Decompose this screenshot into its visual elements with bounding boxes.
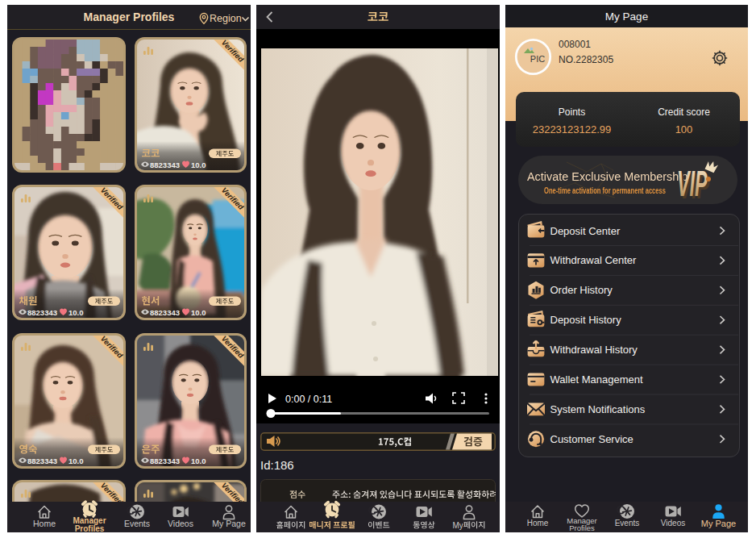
svg-text:My: My bbox=[452, 521, 463, 530]
svg-text:Events: Events bbox=[615, 519, 640, 528]
svg-text:8823343: 8823343 bbox=[27, 308, 57, 317]
svg-text:Videos: Videos bbox=[661, 519, 685, 528]
svg-text:10.0: 10.0 bbox=[191, 457, 206, 465]
svg-text:0:00 / 0:11: 0:00 / 0:11 bbox=[285, 394, 332, 405]
svg-text:Profiles: Profiles bbox=[569, 523, 595, 532]
svg-text:My Page: My Page bbox=[212, 519, 246, 528]
svg-text:Withdrawal Center: Withdrawal Center bbox=[550, 254, 638, 266]
svg-text:8823343: 8823343 bbox=[150, 161, 180, 169]
svg-text:Home: Home bbox=[527, 519, 549, 528]
svg-text:10.0: 10.0 bbox=[191, 308, 206, 317]
svg-text:Profiles: Profiles bbox=[75, 524, 105, 533]
svg-text:10.0: 10.0 bbox=[69, 457, 84, 465]
svg-text:Events: Events bbox=[124, 519, 150, 528]
svg-text:Home: Home bbox=[33, 519, 56, 528]
svg-text:Withdrawal History: Withdrawal History bbox=[550, 344, 638, 356]
svg-text:10.0: 10.0 bbox=[69, 308, 84, 317]
svg-text:Deposit History: Deposit History bbox=[550, 314, 622, 326]
svg-text:10.0: 10.0 bbox=[191, 161, 206, 169]
svg-text:8823343: 8823343 bbox=[150, 308, 180, 317]
svg-text:8823343: 8823343 bbox=[27, 457, 57, 465]
svg-text:Customer Service: Customer Service bbox=[550, 433, 633, 445]
svg-text:Deposit Center: Deposit Center bbox=[550, 225, 621, 237]
svg-text:Videos: Videos bbox=[168, 519, 193, 528]
svg-text:PIC: PIC bbox=[530, 54, 545, 64]
svg-text:My Page: My Page bbox=[701, 519, 736, 528]
svg-text:System Notifications: System Notifications bbox=[550, 403, 646, 415]
svg-text:Order History: Order History bbox=[550, 284, 613, 296]
svg-text:VIP: VIP bbox=[677, 164, 708, 204]
svg-text:8823343: 8823343 bbox=[150, 457, 180, 465]
svg-text:Wallet Management: Wallet Management bbox=[550, 373, 644, 386]
